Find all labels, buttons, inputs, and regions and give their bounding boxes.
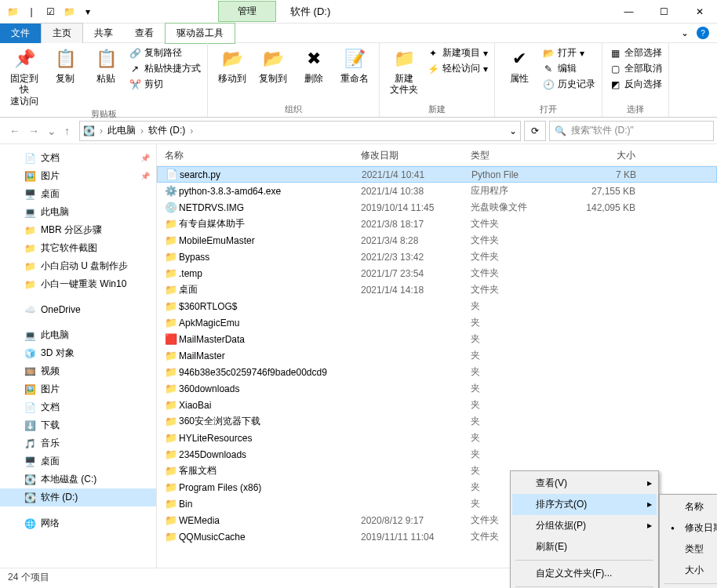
tree-item[interactable]: 🖼️图片	[0, 380, 156, 398]
file-row[interactable]: 💿NETDRVS.IMG2019/10/14 11:45光盘映像文件142,09…	[157, 199, 717, 216]
check-icon[interactable]: ☑	[44, 5, 56, 18]
minimize-button[interactable]: —	[611, 0, 646, 24]
col-size[interactable]: 大小	[565, 149, 635, 162]
file-row[interactable]: 📁MailMaster夹	[157, 347, 717, 364]
delete-button[interactable]: ✖删除	[296, 46, 332, 84]
chevron-right-icon[interactable]: ›	[188, 125, 195, 136]
col-date[interactable]: 修改日期	[361, 149, 471, 162]
tree-item[interactable]: 💽本地磁盘 (C:)	[0, 470, 156, 488]
tree-item[interactable]: ☁️OneDrive	[0, 301, 156, 318]
dropdown-icon[interactable]: ▾	[82, 5, 94, 18]
col-name[interactable]: 名称	[165, 149, 361, 162]
menu-item[interactable]: 名称	[661, 496, 717, 517]
select-none-button[interactable]: ▢全部取消	[609, 62, 662, 75]
easy-access-button[interactable]: ⚡轻松访问 ▾	[427, 62, 488, 75]
file-row[interactable]: 📁360downloads夹	[157, 380, 717, 397]
tree-item[interactable]: 📁小白一键重装 Win10	[0, 275, 156, 293]
tab-view[interactable]: 查看	[124, 24, 165, 43]
file-row[interactable]: 📁2345Downloads夹	[157, 446, 717, 463]
menu-item[interactable]: 自定义文件夹(F)...	[512, 563, 657, 584]
move-to-button[interactable]: 📂移动到	[214, 46, 250, 84]
invert-selection-button[interactable]: ◩反向选择	[609, 78, 662, 91]
tab-share[interactable]: 共享	[83, 24, 124, 43]
help-icon[interactable]: ?	[697, 27, 709, 39]
search-input[interactable]: 🔍 搜索"软件 (D:)"	[549, 121, 714, 141]
rename-button[interactable]: 📝重命名	[337, 46, 373, 84]
tree-item[interactable]: 💻此电脑	[0, 326, 156, 344]
tree-item[interactable]: 🧊3D 对象	[0, 344, 156, 362]
copy-path-button[interactable]: 🔗复制路径	[129, 46, 201, 60]
tree-item[interactable]: 💻此电脑	[0, 203, 156, 221]
file-row[interactable]: 📁$360RTLOG$夹	[157, 298, 717, 314]
up-button[interactable]: ↑	[64, 125, 70, 137]
menu-item[interactable]: 修改日期	[661, 517, 717, 539]
paste-button[interactable]: 📋粘贴	[88, 46, 124, 84]
maximize-button[interactable]: ☐	[646, 0, 682, 24]
recent-dropdown[interactable]: ⌄	[47, 125, 56, 137]
tree-item[interactable]: 📁小白启动 U 盘制作步	[0, 257, 156, 275]
tab-file[interactable]: 文件	[0, 24, 41, 43]
properties-button[interactable]: ✔属性	[501, 46, 537, 84]
pin-button[interactable]: 📌固定到快 速访问	[6, 46, 42, 107]
refresh-button[interactable]: ⟳	[524, 121, 546, 141]
tree-item[interactable]: 🖥️桌面	[0, 185, 156, 203]
sort-submenu[interactable]: 名称修改日期类型大小递增(A)递减(D)更多(M)...	[659, 494, 717, 588]
context-tab[interactable]: 管理	[218, 1, 276, 22]
file-row[interactable]: 🟥MailMasterData夹	[157, 331, 717, 347]
copy-button[interactable]: 📋复制	[47, 46, 83, 84]
tab-drive-tools[interactable]: 驱动器工具	[165, 23, 235, 44]
cut-button[interactable]: ✂️剪切	[129, 78, 201, 91]
file-row[interactable]: 📁XiaoBai夹	[157, 397, 717, 413]
new-item-button[interactable]: ✦新建项目 ▾	[427, 46, 488, 60]
file-row[interactable]: 📁ApkMagicEmu夹	[157, 314, 717, 331]
menu-item[interactable]: 大小	[661, 560, 717, 581]
file-row[interactable]: 📄search.py2021/1/4 10:41Python File7 KB	[157, 166, 717, 183]
file-row[interactable]: 📁桌面2021/1/4 14:18文件夹	[157, 281, 717, 298]
forward-button[interactable]: →	[28, 125, 39, 137]
file-row[interactable]: 📁946b38e35c0259746f9bade00dcd9夹	[157, 364, 717, 380]
new-folder-button[interactable]: 📁新建 文件夹	[386, 46, 422, 96]
tree-item[interactable]: 📁其它软件截图	[0, 239, 156, 257]
tree-item[interactable]: 📄文档	[0, 149, 156, 167]
history-button[interactable]: 🕘历史记录	[542, 78, 595, 91]
tree-item[interactable]: 📁MBR 分区步骤	[0, 221, 156, 239]
back-button[interactable]: ←	[9, 125, 20, 137]
tree-item[interactable]: 🖥️桌面	[0, 452, 156, 470]
context-menu[interactable]: 查看(V)排序方式(O)分组依据(P)刷新(E)自定义文件夹(F)...粘贴(P…	[510, 470, 659, 588]
menu-item[interactable]: 刷新(E)	[512, 536, 657, 557]
tree-item[interactable]: 🎞️视频	[0, 362, 156, 380]
file-row[interactable]: 📁.temp2021/1/7 23:54文件夹	[157, 265, 717, 281]
collapse-ribbon-icon[interactable]: ⌄	[681, 27, 689, 38]
close-button[interactable]: ✕	[682, 0, 717, 24]
tree-item[interactable]: 📄文档	[0, 398, 156, 416]
col-type[interactable]: 类型	[471, 149, 565, 162]
copy-to-button[interactable]: 📂复制到	[255, 46, 291, 84]
open-button[interactable]: 📂打开 ▾	[542, 46, 595, 60]
tree-item[interactable]: 💽软件 (D:)	[0, 488, 156, 506]
breadcrumb-dropdown[interactable]: ⌄	[509, 125, 517, 136]
file-row[interactable]: 📁360安全浏览器下载夹	[157, 413, 717, 430]
file-row[interactable]: 📁Bypass2021/2/3 13:42文件夹	[157, 249, 717, 265]
file-row[interactable]: ⚙️python-3.8.3-amd64.exe2021/1/4 10:38应用…	[157, 183, 717, 199]
file-row[interactable]: 📁MobileEmuMaster2021/3/4 8:28文件夹	[157, 232, 717, 249]
menu-item[interactable]: 分组依据(P)	[512, 515, 657, 536]
file-type: 夹	[471, 365, 565, 379]
chevron-right-icon[interactable]: ›	[139, 125, 145, 136]
edit-button[interactable]: ✎编辑	[542, 62, 595, 75]
select-all-button[interactable]: ▦全部选择	[609, 46, 662, 60]
tree-item[interactable]: ⬇️下载	[0, 416, 156, 434]
menu-item[interactable]: 类型	[661, 539, 717, 560]
tree-item[interactable]: 🎵音乐	[0, 434, 156, 452]
file-row[interactable]: 📁有专自媒体助手2021/3/8 18:17文件夹	[157, 216, 717, 232]
breadcrumb-pc[interactable]: 此电脑	[107, 124, 136, 137]
paste-shortcut-button[interactable]: ↗粘贴快捷方式	[129, 62, 201, 75]
tab-home[interactable]: 主页	[41, 23, 83, 43]
breadcrumb[interactable]: 💽 › 此电脑 › 软件 (D:) › ⌄	[79, 121, 521, 141]
tree-item[interactable]: 🖼️图片	[0, 167, 156, 185]
tree-item[interactable]: 🌐网络	[0, 514, 156, 532]
menu-item[interactable]: 排序方式(O)	[512, 494, 657, 515]
chevron-right-icon[interactable]: ›	[98, 125, 104, 136]
menu-item[interactable]: 查看(V)	[512, 473, 657, 494]
breadcrumb-drive[interactable]: 软件 (D:)	[148, 124, 185, 137]
file-row[interactable]: 📁HYLiteResources夹	[157, 430, 717, 446]
